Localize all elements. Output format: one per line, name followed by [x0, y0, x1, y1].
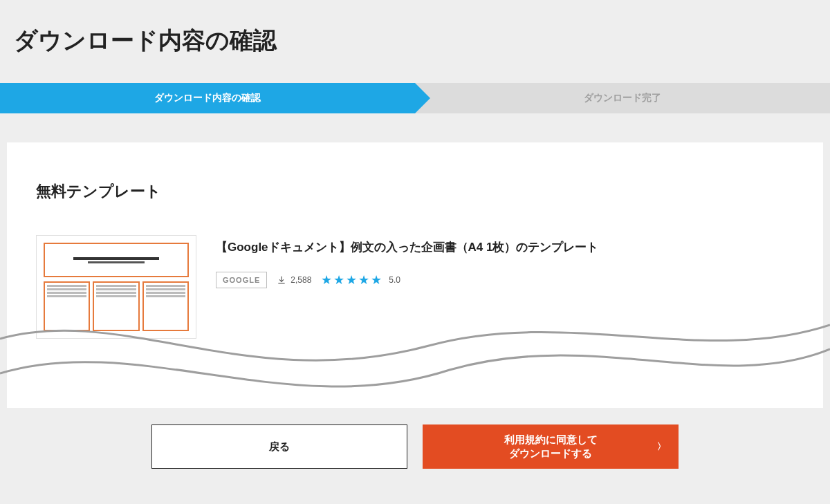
rating-value: 5.0 [389, 275, 400, 285]
thumbnail-columns [44, 281, 189, 331]
agree-download-button[interactable]: 利用規約に同意して ダウンロードする 〉 [423, 424, 679, 469]
download-count-value: 2,588 [290, 275, 311, 285]
back-button[interactable]: 戻る [151, 424, 407, 469]
primary-button-line2: ダウンロードする [509, 447, 592, 459]
progress-steps: ダウンロード内容の確認 ダウンロード完了 [0, 83, 830, 113]
thumbnail-stub [88, 261, 145, 263]
format-badge: GOOGLE [216, 272, 267, 288]
star-icon: ★★★★★ [321, 272, 383, 288]
download-count: 2,588 [277, 275, 311, 285]
primary-button-line1: 利用規約に同意して [504, 433, 598, 445]
rating-stars: ★★★★★ 5.0 [321, 272, 400, 288]
template-info: 【Googleドキュメント】例文の入った企画書（A4 1枚）のテンプレート GO… [216, 235, 794, 288]
thumbnail-header [44, 243, 189, 277]
step-confirm-download: ダウンロード内容の確認 [0, 83, 415, 113]
page-title: ダウンロード内容の確認 [0, 0, 830, 83]
step-download-complete: ダウンロード完了 [415, 83, 830, 113]
chevron-right-icon: 〉 [657, 440, 666, 453]
template-meta: GOOGLE 2,588 ★★★★★ 5.0 [216, 272, 794, 288]
download-icon [277, 275, 286, 285]
template-item: 【Googleドキュメント】例文の入った企画書（A4 1枚）のテンプレート GO… [36, 235, 794, 339]
thumbnail-stub [73, 257, 159, 260]
content-card: 無料テンプレート 【Googleドキュメント】例文の入った企画書（A4 1枚）の… [7, 142, 823, 408]
section-heading: 無料テンプレート [36, 181, 794, 202]
action-bar: 戻る 利用規約に同意して ダウンロードする 〉 [0, 424, 830, 469]
template-thumbnail [36, 235, 196, 339]
template-title: 【Googleドキュメント】例文の入った企画書（A4 1枚）のテンプレート [216, 239, 794, 255]
